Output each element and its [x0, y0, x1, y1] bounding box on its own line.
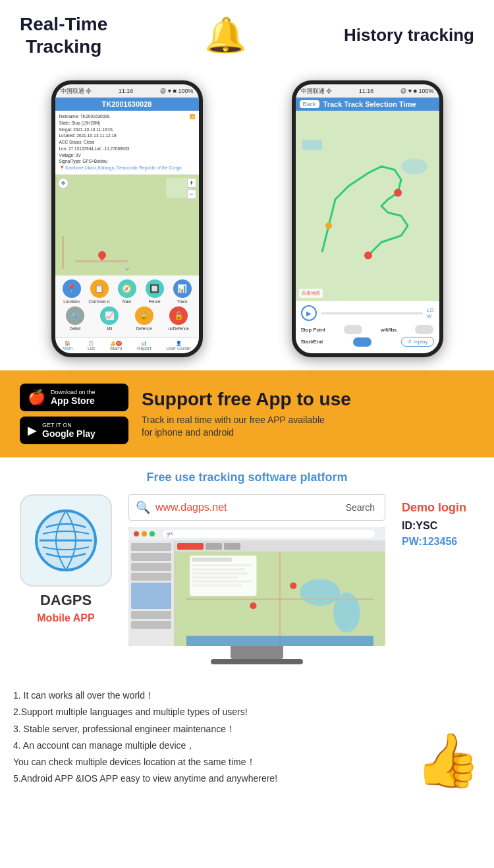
map-pin-red — [96, 250, 107, 261]
nav-alarm[interactable]: 🔔47Alarm — [110, 341, 123, 351]
svg-point-13 — [250, 602, 256, 609]
phone1-actions: 📍 Location 📋 Comman d 🧭 Navi 🔲 Fence 📊 — [55, 275, 199, 337]
svg-rect-16 — [192, 558, 232, 562]
feature-item-2: 2.Support multiple languages and multipl… — [13, 704, 408, 720]
google-play-icon: ▶ — [28, 423, 37, 438]
svg-point-4 — [401, 159, 427, 175]
desktop-sidebar — [128, 540, 175, 646]
browser-dot-red — [134, 531, 139, 536]
desktop-mockup: grs — [128, 527, 385, 664]
banner-sub-text: Track in real time with our free APP ava… — [142, 414, 351, 440]
toolbar-btn — [177, 543, 204, 550]
phone2-title-bar: Back Track Track Selection Time — [296, 98, 439, 111]
history-title: History tracking — [344, 25, 474, 45]
sidebar-item — [131, 573, 171, 581]
search-bar: 🔍 www.dagps.net Search — [128, 494, 385, 521]
phone1-mockup: 中国联通 令 11:16 @ ♥ ■ 100% TK2001630028 Nic… — [51, 80, 203, 357]
sidebar-item — [131, 583, 171, 609]
app-logo — [20, 494, 112, 587]
expand-icon[interactable]: ⌄ — [124, 263, 130, 272]
phone1-status-bar: 中国联通 令 11:16 @ ♥ ■ 100% — [55, 84, 199, 98]
sidebar-item — [131, 553, 171, 561]
desktop-content — [128, 540, 385, 646]
play-button[interactable]: ▶ — [301, 305, 317, 321]
start-end-toggle[interactable] — [353, 337, 371, 347]
desktop-map — [175, 552, 385, 646]
phone2-controls: ▶ LO W Stop Point wifi/lbs Start/End ↺ r… — [296, 301, 439, 353]
phone1-map: + − ⊕ ⌄ — [55, 175, 199, 275]
svg-rect-23 — [186, 636, 373, 646]
desktop-toolbar — [175, 540, 385, 552]
features-section: 1. It can works all over the world！ 2.Su… — [0, 678, 494, 800]
nav-list[interactable]: 📋List — [88, 341, 95, 351]
svg-point-1 — [394, 189, 402, 197]
thumbs-up-icon: 👍 — [415, 734, 481, 787]
svg-rect-22 — [192, 585, 242, 587]
feature-item-5: You can check multiple devices location … — [13, 754, 408, 770]
sidebar-item — [131, 563, 171, 571]
stop-point-toggle[interactable] — [344, 325, 362, 334]
app-logo-section: DAGPS Mobile APP — [13, 494, 119, 624]
detail-btn[interactable]: ⚙️ Detail — [62, 306, 88, 331]
features-list: 1. It can works all over the world！ 2.Su… — [13, 687, 408, 787]
location-btn[interactable]: 📍 Location — [59, 279, 85, 304]
google-play-button[interactable]: ▶ GET IT ON Google Play — [20, 417, 128, 444]
track-btn[interactable]: 📊 Track — [169, 279, 196, 304]
platform-section: Free use tracking software platform — [0, 457, 494, 678]
bell-icon: 🔔 — [204, 15, 247, 55]
fence-btn[interactable]: 🔲 Fence — [142, 279, 168, 304]
command-btn[interactable]: 📋 Comman d — [86, 279, 113, 304]
svg-point-14 — [290, 583, 296, 589]
svg-rect-18 — [192, 569, 245, 571]
mobile-app-label: Mobile APP — [37, 612, 94, 624]
platform-title: Free use tracking software platform — [13, 471, 481, 484]
nav-report[interactable]: 📊Report — [137, 341, 151, 351]
start-end-row: Start/End ↺ replay — [301, 337, 434, 347]
search-button[interactable]: Search — [343, 502, 378, 513]
svg-point-9 — [300, 579, 340, 606]
feature-item-6: 5.Android APP &IOS APP easy to view anyt… — [13, 770, 408, 787]
desktop-base — [211, 659, 303, 664]
sidebar-item — [131, 543, 171, 551]
browser-dot-green — [150, 531, 155, 536]
mil-btn[interactable]: 📈 Mil — [96, 306, 123, 331]
nav-user[interactable]: 👤User Center — [166, 341, 191, 351]
svg-rect-20 — [192, 577, 238, 579]
navi-btn[interactable]: 🧭 Navi — [114, 279, 140, 304]
phone1-title-bar: TK2001630028 — [55, 98, 199, 111]
app-store-button[interactable]: 🍎 Download on the App Store — [20, 384, 128, 411]
feature-item-1: 1. It can works all over the world！ — [13, 687, 408, 704]
svg-rect-19 — [192, 573, 248, 575]
nav-main[interactable]: 🏠Main — [63, 341, 72, 351]
phone2-screen: 中国联通 令 11:16 @ ♥ ■ 100% Back Track Track… — [296, 84, 439, 353]
svg-point-2 — [364, 252, 372, 260]
feature-item-3: 3. Stable server, professional engineer … — [13, 721, 408, 738]
desktop-main — [175, 540, 385, 646]
demo-login-section: Demo login ID:YSC PW:123456 — [395, 494, 481, 548]
demo-login-title: Demo login — [402, 501, 481, 515]
phone2-mockup: 中国联通 令 11:16 @ ♥ ■ 100% Back Track Track… — [292, 80, 443, 357]
real-time-title: Real-Time Tracking — [20, 13, 107, 57]
sidebar-item — [131, 611, 171, 619]
feature-item-4: 4. An account can manage multiple device… — [13, 738, 408, 754]
search-url-input[interactable]: www.dagps.net — [155, 502, 343, 513]
svg-point-0 — [325, 223, 332, 229]
phone1-bottom-nav: 🏠Main 📋List 🔔47Alarm 📊Report 👤User Cente… — [55, 337, 199, 353]
banner-text: Support free App to use Track in real ti… — [142, 389, 351, 440]
phone1-info-panel: Nickname: TK2001630028 📶 State: Stop (15… — [55, 111, 199, 175]
back-button[interactable]: Back — [300, 100, 319, 108]
banner-main-text: Support free App to use — [142, 389, 351, 410]
phone1-screen: 中国联通 令 11:16 @ ♥ ■ 100% TK2001630028 Nic… — [55, 84, 199, 353]
wifi-lbs-toggle[interactable] — [415, 325, 433, 334]
undefence-btn[interactable]: 🔓 unDefence — [165, 306, 192, 331]
track-path — [296, 111, 439, 301]
top-header: Real-Time Tracking 🔔 History tracking — [20, 13, 474, 57]
search-icon: 🔍 — [136, 500, 150, 515]
defence-btn[interactable]: 🔒 Defence — [131, 306, 157, 331]
top-section: Real-Time Tracking 🔔 History tracking — [0, 0, 494, 74]
browser-dot-yellow — [142, 531, 147, 536]
replay-button[interactable]: ↺ replay — [401, 337, 433, 347]
svg-rect-17 — [192, 564, 252, 566]
demo-pw: PW:123456 — [402, 536, 481, 548]
toolbar-btn — [224, 543, 240, 550]
